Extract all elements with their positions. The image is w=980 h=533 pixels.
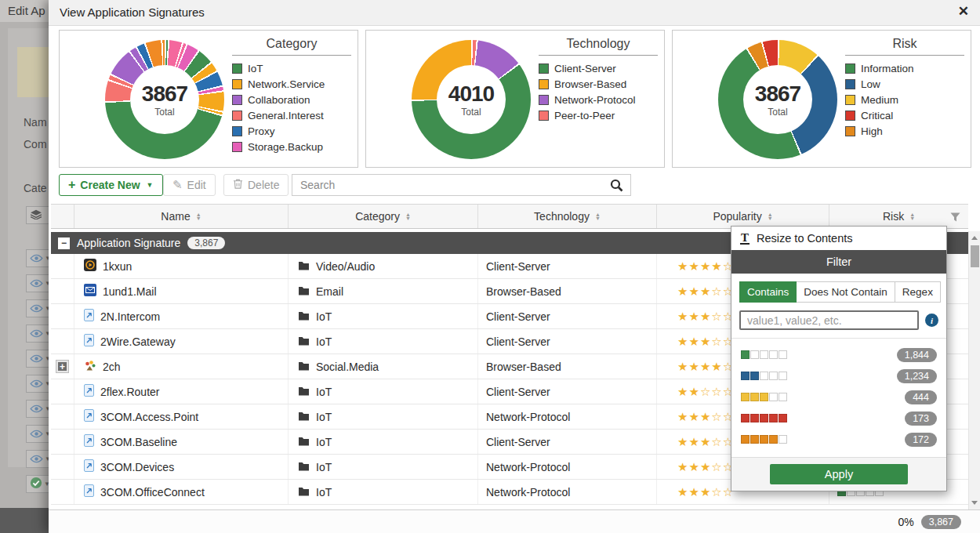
name-cell: 2flex.Router xyxy=(74,379,289,404)
eye-icon xyxy=(30,352,43,366)
category-cell: IoT xyxy=(289,430,478,454)
filter-value-input[interactable] xyxy=(739,310,919,330)
legend-item: Peer-to-Peer xyxy=(539,110,658,121)
star-filled-icon: ★ xyxy=(700,310,711,324)
category-value: IoT xyxy=(316,335,332,348)
technology-cell: Client-Server xyxy=(478,254,657,278)
create-new-button[interactable]: + Create New ▼ xyxy=(59,174,163,196)
search-input[interactable] xyxy=(292,179,602,191)
tab-contains[interactable]: Contains xyxy=(739,281,797,303)
legend-item: General.Interest xyxy=(232,110,351,121)
expander-column-header xyxy=(51,205,74,228)
folder-icon xyxy=(298,461,310,473)
folder-icon xyxy=(298,386,310,398)
apply-row: Apply xyxy=(731,457,946,491)
edit-button[interactable]: ✎ Edit xyxy=(163,174,216,196)
doc-icon xyxy=(84,484,94,499)
modal-title: View Application Signatures xyxy=(60,5,205,19)
filter-icon[interactable] xyxy=(949,212,961,225)
app-name: 3COM.Devices xyxy=(100,461,174,473)
risk-filter-option[interactable]: 444 xyxy=(741,386,937,408)
filter-popup-body: Contains Does Not Contain Regex i 1,8441… xyxy=(731,274,946,491)
risk-filter-option[interactable]: 1,234 xyxy=(741,365,937,386)
sort-icon: ▲▼ xyxy=(196,212,201,220)
technology-cell: Network-Protocol xyxy=(478,480,657,504)
column-header-name[interactable]: Name ▲▼ xyxy=(74,205,289,228)
risk-level-squares xyxy=(741,350,787,359)
row-expander-cell xyxy=(51,279,74,303)
delete-label: Delete xyxy=(248,179,279,191)
legend-swatch xyxy=(539,79,549,89)
search-icon[interactable] xyxy=(602,179,630,192)
star-filled-icon: ★ xyxy=(677,410,688,424)
category-value: IoT xyxy=(316,411,332,423)
app-name: 2flex.Router xyxy=(100,386,159,398)
star-filled-icon: ★ xyxy=(688,435,699,449)
star-filled-icon: ★ xyxy=(677,435,688,449)
scroll-down-icon[interactable] xyxy=(971,501,978,505)
risk-legend: Risk InformationLowMediumCriticalHigh xyxy=(845,37,964,141)
row-expander-cell xyxy=(51,379,74,404)
collapse-icon[interactable]: − xyxy=(58,237,70,249)
legend-label: Network-Protocol xyxy=(554,94,636,106)
background-label-name: Nam xyxy=(24,116,47,129)
column-header-technology[interactable]: Technology ▲▼ xyxy=(478,205,657,228)
legend-label: Client-Server xyxy=(554,63,616,74)
trash-icon xyxy=(233,178,243,192)
column-header-risk[interactable]: Risk ▲▼ xyxy=(829,205,968,228)
risk-filter-option[interactable]: 1,844 xyxy=(741,344,937,365)
star-empty-icon: ☆ xyxy=(711,310,722,324)
scroll-up-icon[interactable] xyxy=(971,236,978,240)
technology-cell: Browser-Based xyxy=(478,354,657,379)
scrollbar-thumb[interactable] xyxy=(971,245,979,267)
star-filled-icon: ★ xyxy=(700,335,711,349)
legend-swatch xyxy=(232,95,242,105)
star-filled-icon: ★ xyxy=(677,360,688,374)
sort-icon: ▲▼ xyxy=(405,212,411,220)
info-icon[interactable]: i xyxy=(925,314,938,327)
technology-donut-center: 4010 Total xyxy=(437,65,506,134)
star-filled-icon: ★ xyxy=(688,310,699,324)
technology-value: Network-Protocol xyxy=(486,486,570,499)
name-cell: 2ch xyxy=(74,354,289,379)
legend-swatch xyxy=(539,111,549,121)
plus-icon: + xyxy=(68,178,75,192)
option-count-badge: 172 xyxy=(905,433,937,447)
search-box xyxy=(292,174,631,196)
expand-icon[interactable]: + xyxy=(56,361,68,372)
column-header-category[interactable]: Category ▲▼ xyxy=(289,205,478,228)
category-chart-panel: 3867 Total Category IoTNetwork.ServiceCo… xyxy=(59,30,358,168)
eye-icon xyxy=(30,427,43,441)
name-cell: 3COM.Baseline xyxy=(74,430,289,454)
delete-button[interactable]: Delete xyxy=(223,174,289,196)
name-cell: 2N.Intercom xyxy=(74,304,289,328)
risk-filter-option[interactable]: 173 xyxy=(741,408,937,429)
star-filled-icon: ★ xyxy=(677,485,688,499)
table-scrollbar[interactable] xyxy=(968,231,980,509)
tab-regex[interactable]: Regex xyxy=(895,281,941,303)
category-cell: Video/Audio xyxy=(289,254,478,278)
category-legend: Category IoTNetwork.ServiceCollaboration… xyxy=(232,37,351,157)
background-footer xyxy=(0,508,55,533)
legend-swatch xyxy=(539,95,549,105)
legend-item: Critical xyxy=(845,110,964,121)
tab-does-not-contain[interactable]: Does Not Contain xyxy=(797,281,895,303)
resize-to-contents-item[interactable]: T Resize to Contents xyxy=(731,227,946,250)
option-count-badge: 1,844 xyxy=(897,348,937,362)
star-filled-icon: ★ xyxy=(700,360,711,374)
toolbar: + Create New ▼ ✎ Edit Delete xyxy=(49,174,980,196)
legend-label: Storage.Backup xyxy=(248,141,323,153)
apply-button[interactable]: Apply xyxy=(770,464,908,484)
category-value: Social.Media xyxy=(316,361,379,373)
column-header-popularity[interactable]: Popularity ▲▼ xyxy=(657,205,829,228)
filter-popup-title: Filter xyxy=(731,250,946,274)
risk-filter-option[interactable]: 172 xyxy=(741,429,937,450)
category-cell: Social.Media xyxy=(289,354,478,379)
risk-legend-title: Risk xyxy=(845,37,964,56)
legend-swatch xyxy=(232,126,242,136)
close-icon[interactable]: ✕ xyxy=(958,3,969,20)
star-filled-icon: ★ xyxy=(688,360,699,374)
technology-cell: Client-Server xyxy=(478,430,657,454)
risk-option-list: 1,8441,234444173172 xyxy=(731,338,946,452)
category-cell: IoT xyxy=(289,379,478,404)
